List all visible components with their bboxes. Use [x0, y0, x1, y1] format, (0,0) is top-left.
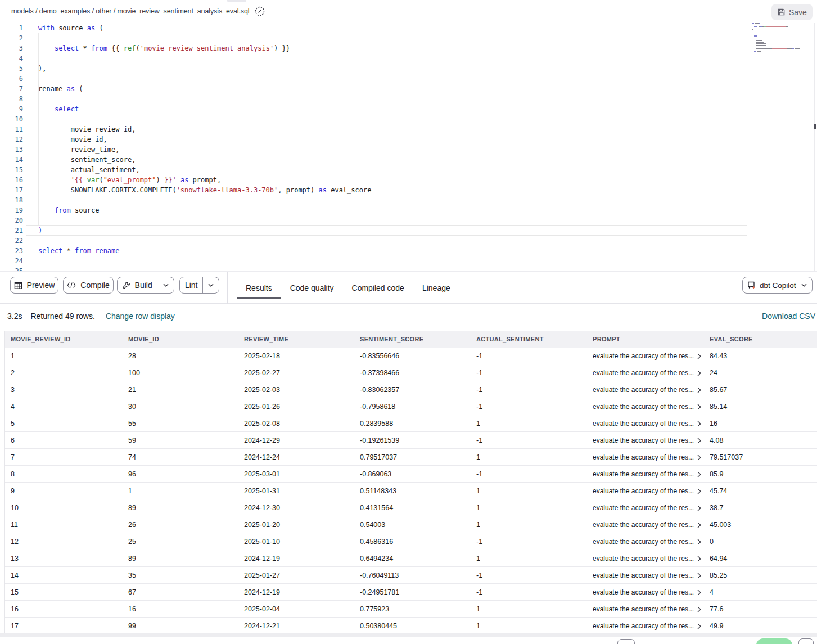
- lint-button[interactable]: Lint: [180, 277, 202, 293]
- code-line: movie_review_id,: [38, 124, 371, 134]
- tab-compiled-code[interactable]: Compiled code: [352, 272, 404, 304]
- prompt-cell[interactable]: evaluate the accuracy of the res...: [593, 504, 701, 512]
- expand-prompt-icon[interactable]: [697, 556, 701, 562]
- expand-prompt-icon[interactable]: [697, 589, 701, 596]
- column-header: MOVIE_ID: [128, 336, 159, 343]
- prompt-cell[interactable]: evaluate the accuracy of the res...: [593, 470, 701, 478]
- prompt-cell[interactable]: evaluate the accuracy of the res...: [593, 622, 701, 630]
- prompt-cell[interactable]: evaluate the accuracy of the res...: [593, 436, 701, 444]
- prompt-cell[interactable]: evaluate the accuracy of the res...: [593, 369, 701, 377]
- bottom-green-button[interactable]: [756, 638, 792, 644]
- prompt-preview-text: evaluate the accuracy of the res...: [593, 588, 694, 596]
- code-line: [38, 195, 371, 205]
- eval-score-cell: 77.6: [710, 605, 723, 613]
- editor-scrollbar-thumb[interactable]: [814, 124, 816, 129]
- code-editor[interactable]: 1234567891011121314151617181920212223242…: [0, 23, 817, 271]
- minimap-line: [752, 61, 805, 62]
- prompt-cell[interactable]: evaluate the accuracy of the res...: [593, 555, 701, 562]
- line-number: 18: [0, 195, 23, 205]
- table-cell: -0.24951781: [360, 588, 399, 596]
- table-cell: 2024-12-19: [244, 555, 280, 562]
- table-cell: 2025-02-04: [244, 605, 280, 613]
- table-cell: -0.83556646: [360, 352, 399, 360]
- prompt-cell[interactable]: evaluate the accuracy of the res...: [593, 403, 701, 411]
- line-number: 14: [0, 155, 23, 165]
- editor-scrollbar-track: [814, 23, 815, 271]
- table-cell: 4: [11, 403, 15, 411]
- prompt-preview-text: evaluate the accuracy of the res...: [593, 453, 694, 461]
- table-cell: 2: [11, 369, 15, 377]
- expand-prompt-icon[interactable]: [697, 404, 701, 410]
- prompt-cell[interactable]: evaluate the accuracy of the res...: [593, 521, 701, 529]
- dbt-copilot-button[interactable]: dbt Copilot: [742, 277, 813, 294]
- change-row-display-link[interactable]: Change row display: [106, 312, 175, 321]
- expand-prompt-icon[interactable]: [697, 623, 701, 629]
- code-content[interactable]: with source as ( select * from {{ ref('m…: [38, 23, 371, 271]
- expand-prompt-icon[interactable]: [697, 471, 701, 478]
- expand-prompt-icon[interactable]: [697, 488, 701, 494]
- wrench-icon: [123, 281, 130, 289]
- column-header: EVAL_SCORE: [710, 336, 753, 343]
- minimap: [752, 23, 805, 62]
- line-number: 7: [0, 84, 23, 94]
- expand-prompt-icon[interactable]: [697, 522, 701, 528]
- build-dropdown[interactable]: [157, 277, 174, 293]
- expand-prompt-icon[interactable]: [697, 438, 701, 444]
- line-number: 16: [0, 175, 23, 185]
- build-button[interactable]: Build: [118, 277, 157, 293]
- expand-prompt-icon[interactable]: [697, 387, 701, 393]
- tab-code-quality[interactable]: Code quality: [290, 272, 334, 304]
- prompt-cell[interactable]: evaluate the accuracy of the res...: [593, 453, 701, 461]
- download-csv-link[interactable]: Download CSV: [762, 312, 815, 321]
- lint-label: Lint: [185, 281, 198, 290]
- prompt-cell[interactable]: evaluate the accuracy of the res...: [593, 571, 701, 579]
- prompt-cell[interactable]: evaluate the accuracy of the res...: [593, 605, 701, 613]
- breadcrumb[interactable]: models / demo_examples / other / movie_r…: [11, 7, 249, 15]
- table-cell: 2025-02-03: [244, 386, 280, 394]
- expand-prompt-icon[interactable]: [697, 454, 701, 461]
- bottom-icon-button[interactable]: [798, 638, 814, 644]
- eval-score-cell: 84.43: [710, 352, 727, 360]
- results-status-bar: 3.2s Returned 49 rows. Change row displa…: [0, 304, 817, 331]
- lint-dropdown[interactable]: [202, 277, 219, 293]
- prompt-cell[interactable]: evaluate the accuracy of the res...: [593, 487, 701, 495]
- expand-prompt-icon[interactable]: [697, 421, 701, 427]
- table-cell: -1: [476, 386, 482, 394]
- prompt-cell[interactable]: evaluate the accuracy of the res...: [593, 588, 701, 596]
- prompt-cell[interactable]: evaluate the accuracy of the res...: [593, 352, 701, 360]
- prompt-cell[interactable]: evaluate the accuracy of the res...: [593, 420, 701, 427]
- expand-prompt-icon[interactable]: [697, 370, 701, 376]
- table-cell: 55: [128, 420, 136, 427]
- eval-score-cell: 85.67: [710, 386, 727, 394]
- code-line: SNOWFLAKE.CORTEX.COMPLETE('snowflake-lla…: [38, 185, 371, 195]
- expand-prompt-icon[interactable]: [697, 539, 701, 545]
- save-icon: [777, 8, 786, 16]
- compile-button[interactable]: Compile: [63, 277, 114, 294]
- bottom-button[interactable]: [617, 639, 635, 644]
- table-cell: -1: [476, 571, 482, 579]
- table-cell: 0.50380445: [360, 622, 397, 630]
- table-cell: 2024-12-29: [244, 436, 280, 444]
- expand-prompt-icon[interactable]: [697, 573, 701, 579]
- line-number: 6: [0, 74, 23, 84]
- table-cell: 0.6494234: [360, 555, 393, 562]
- line-number: 5: [0, 64, 23, 74]
- table-cell: 0.4586316: [360, 538, 393, 546]
- table-row: 21002025-02-27-0.37398466-1evaluate the …: [5, 364, 817, 381]
- expand-prompt-icon[interactable]: [697, 606, 701, 613]
- prompt-cell[interactable]: evaluate the accuracy of the res...: [593, 386, 701, 394]
- eval-score-cell: 4: [710, 588, 714, 596]
- horizontal-scrollbar[interactable]: [0, 633, 817, 637]
- prompt-cell[interactable]: evaluate the accuracy of the res...: [593, 538, 701, 546]
- tab-lineage[interactable]: Lineage: [422, 272, 450, 304]
- line-number: 9: [0, 104, 23, 114]
- table-cell: -1: [476, 436, 482, 444]
- dbt-cloud-ide: models / demo_examples / other / movie_r…: [0, 0, 817, 644]
- expand-prompt-icon[interactable]: [697, 505, 701, 511]
- expand-prompt-icon[interactable]: [697, 353, 701, 359]
- preview-button[interactable]: Preview: [10, 277, 58, 294]
- tab-results[interactable]: Results: [246, 272, 272, 304]
- save-button[interactable]: Save: [771, 4, 813, 20]
- table-cell: 12: [11, 538, 19, 546]
- code-line: [38, 236, 371, 246]
